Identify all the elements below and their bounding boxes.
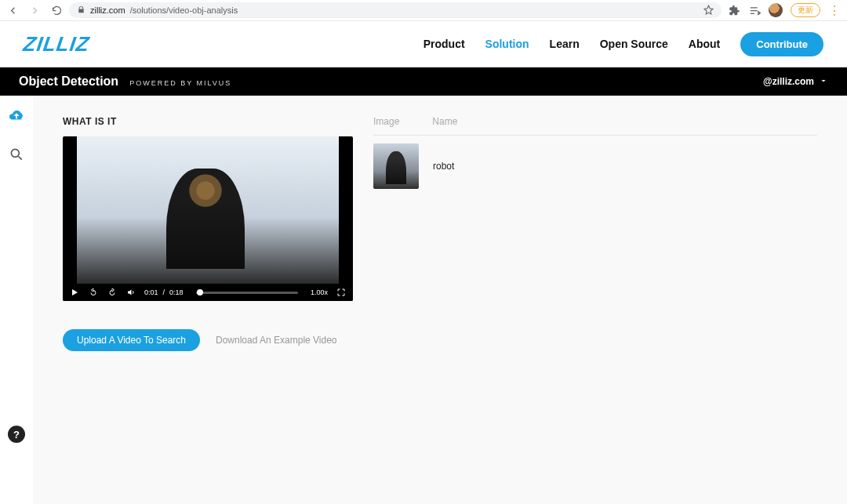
url-path: /solutions/video-obj-analysis — [130, 5, 238, 15]
nav-solution[interactable]: Solution — [485, 38, 529, 50]
account-handle: @zilliz.com — [763, 76, 814, 87]
time-display: 0:01 / 0:18 — [144, 288, 184, 296]
url-host: zilliz.com — [90, 5, 125, 15]
help-icon[interactable]: ? — [8, 426, 25, 443]
result-name: robot — [433, 161, 454, 172]
nav-about[interactable]: About — [689, 38, 720, 50]
result-row[interactable]: robot — [373, 136, 817, 189]
current-time: 0:01 — [144, 288, 158, 296]
left-column: WHAT IS IT 0:01 / 0:18 1.00x — [63, 116, 353, 484]
page-title: Object Detection — [19, 74, 118, 89]
play-icon[interactable] — [69, 287, 80, 298]
address-bar[interactable]: zilliz.com/solutions/video-obj-analysis — [69, 2, 722, 18]
search-icon[interactable] — [8, 146, 25, 163]
chevron-down-icon — [819, 76, 828, 88]
section-title: WHAT IS IT — [63, 116, 353, 127]
time-separator: / — [163, 288, 165, 296]
lock-icon — [77, 5, 85, 16]
download-example-link[interactable]: Download An Example Video — [216, 335, 337, 346]
main: ? WHAT IS IT 0:01 / 0:18 1.00x — [0, 96, 847, 504]
profile-avatar-icon[interactable] — [769, 3, 783, 17]
svg-point-0 — [11, 149, 19, 157]
right-column: Image Name robot — [373, 116, 817, 484]
header-name: Name — [432, 116, 457, 127]
nav-product[interactable]: Product — [424, 38, 465, 50]
playback-speed[interactable]: 1.00x — [311, 288, 328, 296]
content-area: WHAT IS IT 0:01 / 0:18 1.00x — [33, 96, 847, 504]
main-nav: Product Solution Learn Open Source About… — [424, 32, 823, 56]
upload-video-button[interactable]: Upload A Video To Search — [63, 329, 200, 351]
video-player[interactable]: 0:01 / 0:18 1.00x — [63, 136, 353, 301]
account-dropdown[interactable]: @zilliz.com — [763, 76, 828, 88]
back-icon[interactable] — [6, 4, 19, 16]
browser-right-icons: 更新 ⋮ — [728, 3, 841, 18]
extensions-icon[interactable] — [728, 4, 740, 16]
reload-icon[interactable] — [50, 4, 63, 16]
video-frame — [77, 136, 339, 284]
video-controls: 0:01 / 0:18 1.00x — [63, 284, 353, 301]
nav-learn[interactable]: Learn — [550, 38, 580, 50]
progress-knob[interactable] — [197, 289, 203, 296]
sub-header: Object Detection POWERED BY MILVUS @zill… — [0, 67, 847, 96]
forward-icon — [28, 4, 41, 16]
sub-header-left: Object Detection POWERED BY MILVUS — [19, 74, 231, 89]
logo[interactable]: ZILLIZ — [22, 32, 91, 56]
upload-cloud-icon[interactable] — [8, 107, 25, 124]
update-button[interactable]: 更新 — [791, 3, 820, 17]
results-header: Image Name — [373, 116, 817, 136]
menu-dots-icon[interactable]: ⋮ — [828, 3, 841, 18]
action-row: Upload A Video To Search Download An Exa… — [63, 329, 353, 351]
browser-nav-icons — [6, 4, 63, 16]
rewind-icon[interactable] — [88, 287, 99, 298]
fullscreen-icon[interactable] — [336, 287, 347, 298]
playlist-icon[interactable] — [748, 4, 761, 16]
page-subtitle: POWERED BY MILVUS — [129, 79, 231, 87]
browser-toolbar: zilliz.com/solutions/video-obj-analysis … — [0, 0, 847, 21]
duration: 0:18 — [169, 288, 184, 296]
result-thumbnail — [373, 143, 419, 189]
star-icon[interactable] — [703, 5, 714, 16]
header-image: Image — [373, 116, 399, 127]
site-header: ZILLIZ Product Solution Learn Open Sourc… — [0, 21, 847, 67]
progress-bar[interactable] — [196, 292, 298, 294]
nav-open-source[interactable]: Open Source — [600, 38, 668, 50]
volume-icon[interactable] — [125, 287, 136, 298]
contribute-button[interactable]: Contribute — [740, 32, 823, 56]
forward-seek-icon[interactable] — [107, 287, 118, 298]
sidebar: ? — [0, 96, 33, 504]
